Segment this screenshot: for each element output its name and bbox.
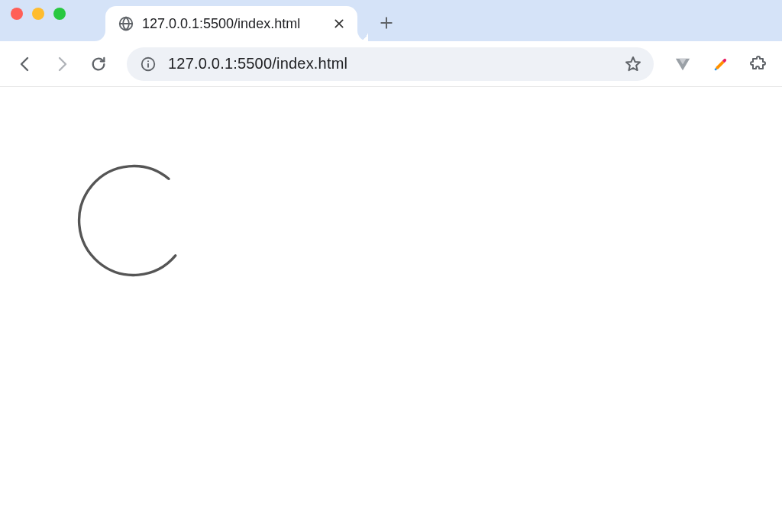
address-bar[interactable]: 127.0.0.1:5500/index.html [127,47,654,81]
back-button[interactable] [9,48,41,80]
window-close-button[interactable] [11,8,23,20]
browser-toolbar: 127.0.0.1:5500/index.html [0,41,782,87]
color-picker-icon[interactable] [707,50,735,78]
new-tab-button[interactable] [373,9,400,37]
reload-button[interactable] [82,48,115,80]
vue-devtools-icon[interactable] [669,50,696,78]
svg-point-4 [715,68,717,70]
site-info-icon[interactable] [139,55,157,73]
forward-button[interactable] [46,48,78,80]
window-maximize-button[interactable] [53,8,66,20]
page-viewport [0,87,782,532]
address-bar-url: 127.0.0.1:5500/index.html [168,55,620,73]
bookmark-button[interactable] [620,51,646,77]
tab-strip: 127.0.0.1:5500/index.html [0,0,782,41]
svg-point-3 [147,60,149,62]
extensions-area [666,50,773,78]
browser-tab[interactable]: 127.0.0.1:5500/index.html [105,6,357,41]
window-controls [11,0,105,41]
loading-spinner [69,156,199,285]
close-tab-button[interactable] [331,16,347,31]
window-minimize-button[interactable] [32,8,44,20]
globe-icon [118,15,134,32]
tab-title: 127.0.0.1:5500/index.html [142,16,331,32]
extensions-puzzle-icon[interactable] [745,50,773,78]
